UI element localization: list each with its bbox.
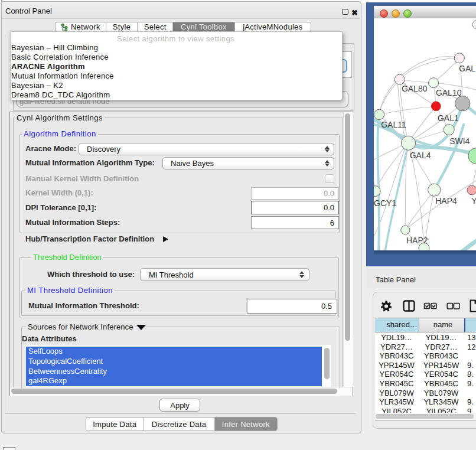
svg-text:GAL4: GAL4 — [410, 151, 431, 160]
svg-text:GAL11: GAL11 — [381, 120, 406, 129]
svg-text:SWI4: SWI4 — [449, 136, 470, 146]
svg-text:GAL1: GAL1 — [438, 113, 459, 123]
svg-text:HAP2: HAP2 — [406, 236, 428, 245]
svg-text:GAL80: GAL80 — [402, 84, 428, 93]
svg-text:GCY1: GCY1 — [374, 198, 396, 208]
svg-text:GAL7: GAL7 — [459, 64, 476, 73]
svg-text:HAP4: HAP4 — [435, 196, 457, 206]
svg-text:GAL10: GAL10 — [436, 88, 462, 97]
svg-text:Y: Y — [471, 196, 476, 206]
